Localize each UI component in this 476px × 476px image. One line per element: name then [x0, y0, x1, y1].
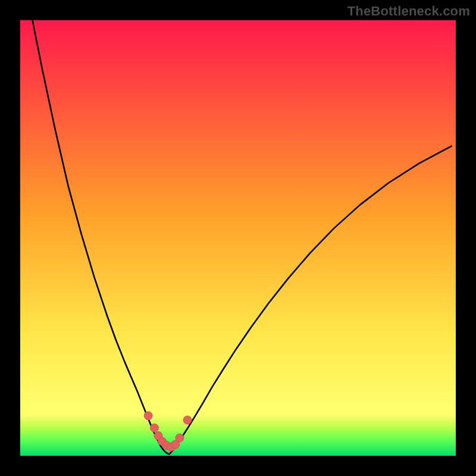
watermark-text: TheBottleneck.com	[347, 4, 470, 19]
marker-8	[183, 416, 192, 424]
marker-0	[144, 412, 152, 420]
marker-1	[150, 424, 158, 432]
chart-stage: TheBottleneck.com	[0, 0, 476, 476]
marker-7	[176, 434, 184, 442]
plot-area	[20, 20, 456, 456]
gradient-background	[20, 20, 456, 456]
plot-svg	[20, 20, 456, 456]
